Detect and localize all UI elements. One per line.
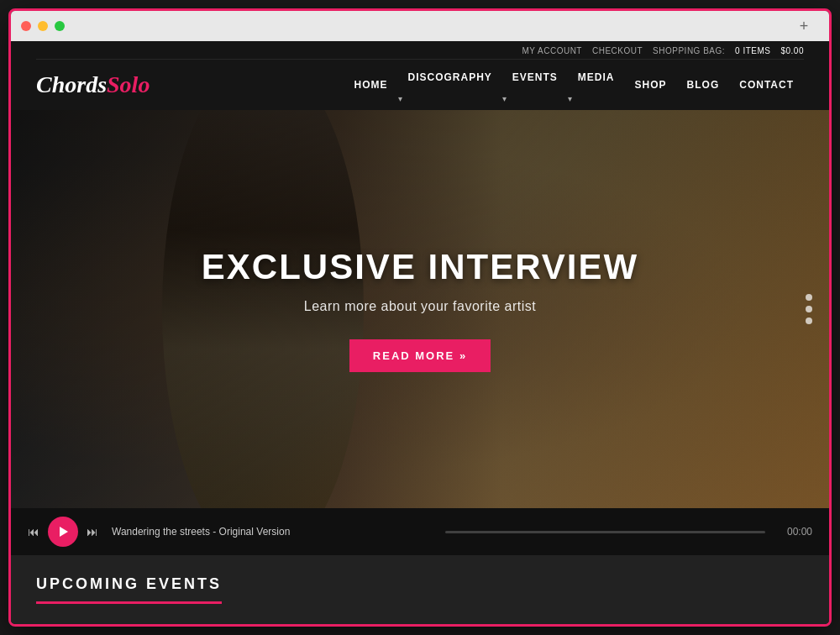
nav-link-contact[interactable]: CONTACT	[729, 72, 804, 97]
close-dot[interactable]	[21, 21, 31, 31]
new-tab-button[interactable]: +	[795, 18, 812, 34]
logo-part2: Solo	[107, 71, 150, 97]
progress-bar[interactable]	[445, 531, 765, 533]
browser-window: + MY ACCOUNT CHECKOUT SHOPPING BAG: 0 IT…	[8, 8, 832, 627]
nav-link-events[interactable]: EVENTS	[502, 65, 568, 90]
browser-chrome: +	[11, 11, 829, 41]
shopping-bag-label: SHOPPING BAG:	[653, 46, 725, 55]
player-controls: ⏮ ⏭	[28, 517, 98, 547]
logo[interactable]: ChordsSolo	[36, 71, 150, 98]
play-button[interactable]	[48, 517, 78, 547]
navbar-top: MY ACCOUNT CHECKOUT SHOPPING BAG: 0 ITEM…	[36, 41, 804, 60]
slider-dot-2[interactable]	[806, 306, 812, 312]
nav-link-shop[interactable]: SHOP	[625, 72, 677, 97]
maximize-dot[interactable]	[55, 21, 65, 31]
navbar: MY ACCOUNT CHECKOUT SHOPPING BAG: 0 ITEM…	[11, 41, 829, 110]
slider-dot-1[interactable]	[806, 294, 812, 301]
nav-item-home[interactable]: HOME	[344, 72, 398, 97]
checkout-link[interactable]: CHECKOUT	[592, 46, 643, 55]
nav-item-contact[interactable]: CONTACT	[729, 72, 804, 97]
website-content: MY ACCOUNT CHECKOUT SHOPPING BAG: 0 ITEM…	[11, 41, 829, 624]
hero-section: EXCLUSIVE INTERVIEW Learn more about you…	[11, 110, 829, 508]
my-account-link[interactable]: MY ACCOUNT	[522, 46, 582, 55]
minimize-dot[interactable]	[38, 21, 48, 31]
nav-link-discography[interactable]: DISCOGRAPHY	[398, 65, 502, 90]
music-player: ⏮ ⏭ Wandering the streets - Original Ver…	[11, 508, 829, 555]
read-more-button[interactable]: READ MORE »	[349, 339, 491, 372]
upcoming-events-title: UPCOMING EVENTS	[36, 575, 222, 604]
logo-part1: Chords	[36, 71, 107, 97]
tab-bar: +	[71, 18, 819, 34]
track-name: Wandering the streets - Original Version	[112, 526, 432, 538]
nav-link-media[interactable]: MEDIA	[568, 65, 625, 90]
play-icon	[60, 527, 68, 537]
hero-content: EXCLUSIVE INTERVIEW Learn more about you…	[11, 110, 829, 508]
nav-item-media[interactable]: MEDIA	[568, 65, 625, 105]
prev-button[interactable]: ⏮	[28, 525, 39, 538]
cart-total: $0.00	[780, 46, 804, 55]
nav-item-blog[interactable]: BLOG	[677, 72, 730, 97]
player-time: 00:00	[779, 526, 812, 538]
nav-item-shop[interactable]: SHOP	[625, 72, 677, 97]
nav-link-blog[interactable]: BLOG	[677, 72, 730, 97]
logo-text: ChordsSolo	[36, 71, 150, 97]
nav-links: HOME DISCOGRAPHY EVENTS MEDIA SHOP	[344, 65, 805, 105]
nav-link-home[interactable]: HOME	[344, 72, 398, 97]
slider-dots	[806, 294, 812, 324]
hero-title: EXCLUSIVE INTERVIEW	[202, 247, 638, 287]
upcoming-events-section: UPCOMING EVENTS	[11, 555, 829, 624]
items-count: 0 ITEMS	[735, 46, 770, 55]
next-button[interactable]: ⏭	[87, 525, 98, 538]
nav-item-discography[interactable]: DISCOGRAPHY	[398, 65, 502, 105]
hero-subtitle: Learn more about your favorite artist	[304, 299, 536, 314]
navbar-main: ChordsSolo HOME DISCOGRAPHY EVENTS MEDIA	[36, 60, 804, 110]
slider-dot-3[interactable]	[806, 318, 812, 324]
nav-item-events[interactable]: EVENTS	[502, 65, 568, 105]
